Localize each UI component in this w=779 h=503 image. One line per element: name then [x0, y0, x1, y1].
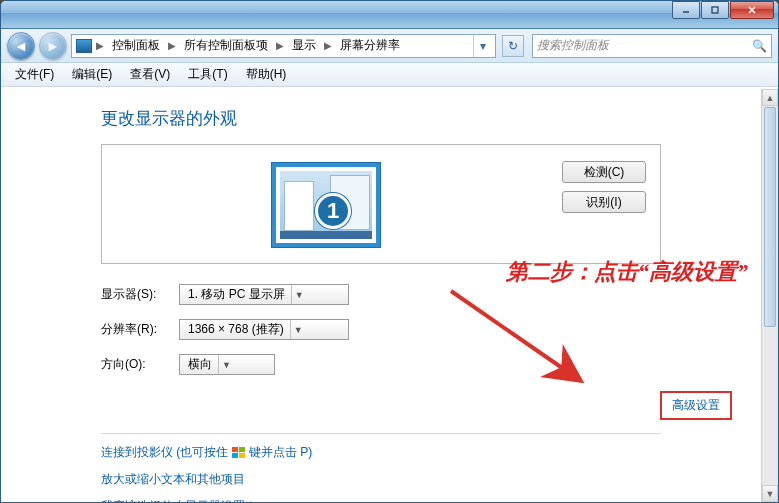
breadcrumb-item[interactable]: 屏幕分辨率 — [336, 37, 404, 54]
search-placeholder: 搜索控制面板 — [537, 37, 609, 54]
menu-view[interactable]: 查看(V) — [122, 64, 178, 85]
back-button[interactable]: ◄ — [7, 32, 35, 60]
resolution-dropdown-value: 1366 × 768 (推荐) — [188, 321, 284, 338]
orientation-dropdown-value: 横向 — [188, 356, 212, 373]
menu-edit[interactable]: 编辑(E) — [64, 64, 120, 85]
monitor-number-badge: 1 — [315, 193, 351, 229]
refresh-button[interactable]: ↻ — [502, 35, 524, 57]
search-icon: 🔍 — [752, 39, 767, 53]
divider — [101, 433, 661, 434]
scroll-thumb[interactable] — [764, 107, 776, 327]
forward-button[interactable]: ► — [39, 32, 67, 60]
resolution-label: 分辨率(R): — [101, 321, 179, 338]
scroll-down-button[interactable]: ▼ — [762, 485, 778, 502]
window-frame: ◄ ► ▶ 控制面板 ▶ 所有控制面板项 ▶ 显示 ▶ 屏幕分辨率 ▾ ↻ 搜索… — [0, 0, 779, 503]
chevron-right-icon: ▶ — [274, 40, 286, 51]
text-size-link[interactable]: 放大或缩小文本和其他项目 — [101, 471, 731, 488]
advanced-settings-link[interactable]: 高级设置 — [660, 391, 732, 420]
chevron-right-icon: ▶ — [166, 40, 178, 51]
menu-bar: 文件(F) 编辑(E) 查看(V) 工具(T) 帮助(H) — [1, 63, 778, 87]
scroll-up-button[interactable]: ▲ — [762, 89, 778, 106]
detect-button[interactable]: 检测(C) — [562, 161, 646, 183]
resolution-dropdown[interactable]: 1366 × 768 (推荐) ▼ — [179, 319, 349, 340]
maximize-button[interactable] — [701, 1, 729, 19]
orientation-label: 方向(O): — [101, 356, 179, 373]
address-dropdown[interactable]: ▾ — [473, 35, 491, 57]
chevron-down-icon: ▼ — [290, 320, 306, 339]
chevron-right-icon: ▶ — [94, 40, 106, 51]
display-label: 显示器(S): — [101, 286, 179, 303]
menu-file[interactable]: 文件(F) — [7, 64, 62, 85]
windows-key-icon — [232, 447, 246, 459]
nav-row: ◄ ► ▶ 控制面板 ▶ 所有控制面板项 ▶ 显示 ▶ 屏幕分辨率 ▾ ↻ 搜索… — [1, 29, 778, 63]
search-input[interactable]: 搜索控制面板 🔍 — [532, 34, 772, 58]
orientation-dropdown[interactable]: 横向 ▼ — [179, 354, 275, 375]
minimize-button[interactable] — [672, 1, 700, 19]
chevron-right-icon: ▶ — [322, 40, 334, 51]
page-title: 更改显示器的外观 — [101, 107, 731, 130]
monitor-thumbnail[interactable]: 1 — [272, 163, 380, 247]
display-dropdown-value: 1. 移动 PC 显示屏 — [188, 286, 285, 303]
content-area: 更改显示器的外观 1 检测(C) 识别(I) 显示器(S): 1. 移动 PC … — [1, 89, 778, 502]
chevron-down-icon: ▼ — [291, 285, 307, 304]
svg-rect-1 — [712, 7, 718, 13]
annotation-text: 第二步：点击“高级设置” — [506, 257, 748, 287]
titlebar — [1, 1, 778, 29]
projector-link[interactable]: 连接到投影仪 (也可按住 键并点击 P) — [101, 444, 731, 461]
display-dropdown[interactable]: 1. 移动 PC 显示屏 ▼ — [179, 284, 349, 305]
menu-tools[interactable]: 工具(T) — [180, 64, 235, 85]
breadcrumb-item[interactable]: 显示 — [288, 37, 320, 54]
which-display-link[interactable]: 我应该选择什么显示器设置？ — [101, 498, 731, 502]
control-panel-icon — [76, 39, 92, 53]
identify-button[interactable]: 识别(I) — [562, 191, 646, 213]
chevron-down-icon: ▼ — [218, 355, 234, 374]
menu-help[interactable]: 帮助(H) — [238, 64, 295, 85]
close-button[interactable] — [730, 1, 774, 19]
breadcrumb-item[interactable]: 控制面板 — [108, 37, 164, 54]
vertical-scrollbar[interactable]: ▲ ▼ — [761, 89, 778, 502]
display-preview-box: 1 检测(C) 识别(I) — [101, 144, 661, 264]
breadcrumb-item[interactable]: 所有控制面板项 — [180, 37, 272, 54]
address-bar[interactable]: ▶ 控制面板 ▶ 所有控制面板项 ▶ 显示 ▶ 屏幕分辨率 ▾ — [71, 34, 496, 58]
